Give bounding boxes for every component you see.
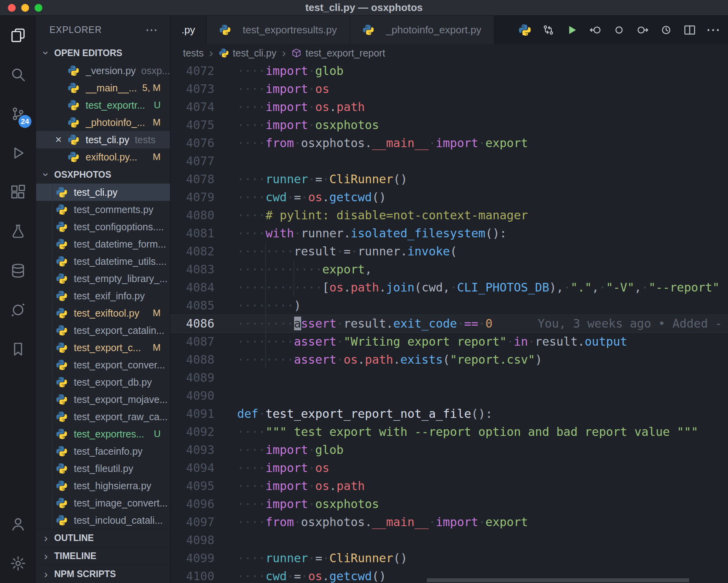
open-editor-item[interactable]: ×test_cli.pytests — [36, 131, 170, 148]
file-tree-item[interactable]: test_empty_library_... — [36, 270, 170, 287]
line-number[interactable]: 4082 — [170, 242, 229, 261]
more-actions-icon[interactable]: ⋯ — [701, 16, 725, 44]
code-line[interactable]: 4096····import·osxphotos — [170, 495, 728, 513]
account-icon[interactable] — [0, 505, 36, 544]
line-number[interactable]: 4094 — [170, 459, 229, 477]
run-python-file-button[interactable] — [560, 16, 583, 44]
more-actions-icon[interactable]: ⋯ — [145, 24, 158, 36]
line-number[interactable]: 4079 — [170, 188, 229, 206]
bookmarks-icon[interactable] — [0, 330, 36, 369]
extensions-icon[interactable] — [0, 173, 36, 212]
section-timeline[interactable]: ›TIMELINE — [36, 547, 170, 565]
testing-beaker-icon[interactable] — [0, 212, 36, 251]
open-editor-item[interactable]: exiftool.py...M — [36, 148, 170, 166]
code-line[interactable]: 4082········result·=·runner.invoke( — [170, 242, 728, 261]
file-tree-item[interactable]: test_export_catalin... — [36, 322, 170, 339]
code-line[interactable]: 4091def·test_export_report_not_a_file(): — [170, 405, 728, 423]
line-number[interactable]: 4076 — [170, 134, 229, 152]
line-number[interactable]: 4096 — [170, 495, 229, 513]
open-editor-item[interactable]: _version.pyosxp... — [36, 62, 170, 79]
line-number[interactable]: 4080 — [170, 206, 229, 224]
code-line[interactable]: 4084············[os.path.join(cwd,·CLI_P… — [170, 279, 728, 297]
file-tree-item[interactable]: test_faceinfo.py — [36, 443, 170, 460]
line-number[interactable]: 4077 — [170, 152, 229, 170]
line-number[interactable]: 4085 — [170, 297, 229, 315]
line-number[interactable]: 4099 — [170, 549, 229, 567]
code-line[interactable]: 4090 — [170, 387, 728, 405]
section-outline[interactable]: ›OUTLINE — [36, 529, 170, 547]
line-number[interactable]: 4074 — [170, 98, 229, 116]
breadcrumb-item[interactable]: tests — [183, 47, 204, 59]
line-number[interactable]: 4087 — [170, 333, 229, 351]
open-editor-item[interactable]: test_exportr...U — [36, 97, 170, 114]
open-editor-item[interactable]: __main__...5, M — [36, 79, 170, 97]
file-tree-item[interactable]: test_comments.py — [36, 201, 170, 218]
close-window-button[interactable] — [8, 4, 16, 12]
editor-tab[interactable]: test_exportresults.py — [207, 16, 350, 44]
line-number[interactable]: 4078 — [170, 170, 229, 188]
line-number[interactable]: 4072 — [170, 62, 229, 80]
code-line[interactable]: 4080····# pylint: disable=not-context-ma… — [170, 206, 728, 224]
line-number[interactable]: 4081 — [170, 224, 229, 242]
line-number[interactable]: 4090 — [170, 387, 229, 405]
file-tree-item[interactable]: test_fileutil.py — [36, 460, 170, 477]
file-tree-item[interactable]: test_export_mojave... — [36, 391, 170, 408]
code-line[interactable]: 4095····import·os.path — [170, 477, 728, 495]
file-tree-item[interactable]: test_configoptions.... — [36, 218, 170, 235]
code-line[interactable]: 4088········assert·os.path.exists("repor… — [170, 351, 728, 369]
file-tree-item[interactable]: test_cli.py — [36, 184, 170, 201]
line-number[interactable]: 4100 — [170, 567, 229, 583]
line-number[interactable]: 4092 — [170, 423, 229, 441]
code-line[interactable]: 4098 — [170, 531, 728, 549]
run-cell-icon[interactable] — [607, 16, 631, 44]
settings-gear-icon[interactable] — [0, 544, 36, 583]
file-tree-item[interactable]: test_export_conver... — [36, 356, 170, 373]
line-number[interactable]: 4093 — [170, 441, 229, 459]
run-debug-icon[interactable] — [0, 133, 36, 173]
file-tree-item[interactable]: test_highsierra.py — [36, 477, 170, 494]
line-number[interactable]: 4097 — [170, 513, 229, 531]
code-line[interactable]: 4093····import·glob — [170, 441, 728, 459]
open-editor-item[interactable]: _photoinfo_...M — [36, 114, 170, 131]
search-icon[interactable] — [0, 55, 36, 94]
close-editor-icon[interactable]: × — [49, 133, 68, 146]
code-line[interactable]: 4092····""" test export with --report op… — [170, 423, 728, 441]
project-section-header[interactable]: › OSXPHOTOS — [36, 166, 170, 184]
line-number[interactable]: 4089 — [170, 369, 229, 387]
code-line[interactable]: 4094····import·os — [170, 459, 728, 477]
line-number[interactable]: 4075 — [170, 116, 229, 134]
file-tree-item[interactable]: test_export_db.py — [36, 373, 170, 391]
database-icon[interactable] — [0, 251, 36, 290]
jupyter-icon[interactable] — [0, 290, 36, 330]
code-line[interactable]: 4076····from·osxphotos.__main__·import·e… — [170, 134, 728, 152]
file-tree-item[interactable]: test_export_raw_ca... — [36, 408, 170, 425]
code-line[interactable]: 4099····runner·=·CliRunner() — [170, 549, 728, 567]
python-logo-icon[interactable] — [513, 16, 536, 44]
code-line[interactable]: 4073····import·os — [170, 80, 728, 98]
code-line[interactable]: 4077 — [170, 152, 728, 170]
run-above-icon[interactable] — [583, 16, 607, 44]
section-npm-scripts[interactable]: ›NPM SCRIPTS — [36, 565, 170, 583]
editor-tab[interactable]: _photoinfo_export.py — [350, 16, 494, 44]
file-tree-item[interactable]: test_datetime_utils.... — [36, 253, 170, 270]
file-tree-item[interactable]: test_exportres...U — [36, 425, 170, 443]
code-line[interactable]: 4075····import·osxphotos — [170, 116, 728, 134]
line-number[interactable]: 4091 — [170, 405, 229, 423]
code-line[interactable]: 4085········) — [170, 297, 728, 315]
zoom-window-button[interactable] — [35, 4, 42, 12]
file-tree-item[interactable]: test_exiftool.pyM — [36, 304, 170, 322]
file-tree-item[interactable]: test_exif_info.py — [36, 287, 170, 304]
code-line[interactable]: 4074····import·os.path — [170, 98, 728, 116]
code-line[interactable]: 4087········assert·"Writing export repor… — [170, 333, 728, 351]
line-number[interactable]: 4084 — [170, 279, 229, 297]
file-tree-item[interactable]: test_export_c...M — [36, 339, 170, 356]
open-editors-section-header[interactable]: › OPEN EDITORS — [36, 44, 170, 62]
line-number[interactable]: 4086 — [170, 315, 229, 333]
source-control-icon[interactable]: 24 — [0, 94, 36, 133]
breadcrumb-item[interactable]: test_cli.py — [219, 47, 276, 59]
timeline-clock-icon[interactable] — [654, 16, 678, 44]
line-number[interactable]: 4095 — [170, 477, 229, 495]
compare-changes-icon[interactable] — [536, 16, 560, 44]
line-number[interactable]: 4088 — [170, 351, 229, 369]
code-line[interactable]: 4078····runner·=·CliRunner() — [170, 170, 728, 188]
